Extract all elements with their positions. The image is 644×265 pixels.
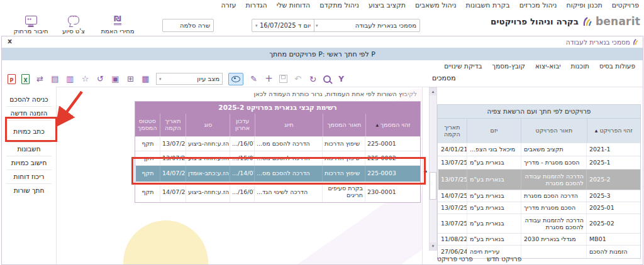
support-chat-button[interactable]: צ'ט סיוע <box>50 14 97 35</box>
new-window-icon[interactable]: ⊞ <box>126 75 135 83</box>
menu-resources[interactable]: ניהול משאבים <box>415 1 457 9</box>
cell-updated: 15/07/... <box>230 151 255 165</box>
close-icon[interactable]: x <box>8 37 12 45</box>
cell-id: 2025-2 <box>587 170 640 190</box>
undo-icon[interactable]: ↶ <box>293 75 303 83</box>
sidebar-item-enter-agreement[interactable]: כניסה להסכם <box>6 93 52 107</box>
col-label: זהוי המסמך <box>380 122 411 129</box>
cell-tag: הדרכה לשינוי הגד... <box>255 182 323 202</box>
list-item[interactable]: 2025-01 הסכם מסגרת מדריך בנארית בע"מ 13/… <box>438 202 640 214</box>
date-select-value: יום ד 16/07/2025 <box>260 22 311 29</box>
files-table-body: 225-0001 שיפוץ הדרכות הדרכה להסכם מס... … <box>135 136 420 202</box>
cell-initiator: בנארית בע"מ <box>467 170 521 190</box>
project-details-button[interactable]: פרטי פרויקט <box>437 255 473 262</box>
col-last-update[interactable]: עדכון אחרון <box>230 114 255 136</box>
cell-created: 14/07/25 <box>160 182 186 202</box>
cell-created: 13/07/25 <box>438 170 467 190</box>
list-item[interactable]: 2021-1 תקציב משאבים מיכאל בוני הצפ... 24… <box>438 143 640 156</box>
sidebar-item-accounts[interactable]: חשבונות <box>6 143 52 156</box>
menu-planning-supervision[interactable]: תכנון ופיקוח <box>567 1 602 9</box>
sidebar-item-row-section[interactable]: חתך שורות <box>6 184 52 197</box>
table-row-selected[interactable]: 225-0003 שיפוץ הדרכות הדרכה להסכם מס... … <box>135 165 420 181</box>
sliders-icon[interactable]: ⇄ <box>35 75 45 83</box>
cell-type: הז.ע:חוזה-ביצוע <box>186 151 230 165</box>
col-document-desc[interactable]: תאור המסמך <box>323 114 366 136</box>
rows-icon[interactable]: ▤ <box>50 75 60 83</box>
col-project-id[interactable]: זהוי הפרויקט ▲ <box>587 119 640 143</box>
menu-execution-budget[interactable]: תקציב ביצוע <box>369 1 406 9</box>
list-item[interactable]: 2025-1 הסכם מסגרת - מדריך בנארית בע"מ 13… <box>438 156 640 169</box>
filter-icon[interactable]: Y <box>336 75 346 83</box>
excel-export-icon[interactable]: X <box>21 74 30 84</box>
files-table-title: רשימת קבצי בנארית בפרויקט 2025-2 <box>135 102 420 114</box>
save-icon[interactable] <box>279 75 287 83</box>
app-title: בקרה וניהול פרויקטים <box>491 16 579 26</box>
screen: פרויקטים תכנון ופיקוח ניהול מכרזים בקרת … <box>0 0 644 265</box>
projects-table-title: פרויקטים לפי חתך ועם הרשאת צפיה <box>438 105 640 119</box>
sidebar-item-bill-of-quantities[interactable]: כתב כמויות <box>6 121 52 143</box>
remote-connect-button[interactable]: חיבור מרחוק <box>8 14 54 35</box>
refresh-icon[interactable]: ↻ <box>308 75 318 84</box>
sidebar-item-quantity-calc[interactable]: חישוב כמויות <box>6 156 52 170</box>
col-created[interactable]: תאריך הקמה <box>438 119 467 143</box>
layout-grid-icon[interactable]: ▦ <box>141 75 150 83</box>
files-table-header: זהוי המסמך ▲ תאור המסמך תיוג עדכון אחרון… <box>135 114 420 136</box>
table-row[interactable]: 230-0001 בקרת סעיפים חריגים הדרכה לשינוי… <box>135 181 420 202</box>
cell-desc: בקרת סעיפים חריגים <box>323 182 365 202</box>
list-item[interactable]: MB01 מגדלי בנארית 2030 בנארית בע"מ 11/08… <box>438 233 640 245</box>
table-row[interactable]: 225-0002 שיפוץ הדרכות הדרכה להסכם מס... … <box>135 151 420 165</box>
history-undo-icon[interactable]: ↺ <box>96 75 105 83</box>
menu-projects[interactable]: פרויקטים <box>612 1 639 9</box>
add-icon[interactable]: + <box>264 74 274 84</box>
menu-advanced[interactable]: ניהול מתקדם <box>319 1 359 9</box>
user-field[interactable]: שרה סלמה <box>162 19 214 32</box>
top-menu: פרויקטים תכנון ופיקוח ניהול מכרזים בקרת … <box>221 1 639 9</box>
print-icon[interactable]: ▣ <box>111 75 120 83</box>
favorites-star-icon[interactable]: ☆ <box>80 75 90 83</box>
true-prices-button[interactable]: ₪ מחירי האמת <box>94 14 141 35</box>
cell-status: תקף <box>136 166 160 181</box>
sidebar-item-new-order[interactable]: הזמנה חדשה <box>6 107 52 121</box>
menu-tenders[interactable]: ניהול מכרזים <box>519 1 557 9</box>
cell-tag: הדרכה להסכם מס... <box>255 151 323 165</box>
list-item[interactable]: 2025-3 הדרכה הסכם מסגרת בנארית בע"מ 14/0… <box>438 190 640 202</box>
col-created[interactable]: תאריך הקמה <box>160 114 187 136</box>
col-project-desc[interactable]: תאור הפרויקט <box>521 119 587 143</box>
scroll-down-icon[interactable]: ▾ <box>430 242 436 250</box>
col-status[interactable]: סטטוס המסמך <box>135 114 160 136</box>
view-eye-button[interactable] <box>228 73 243 85</box>
menu-import-export[interactable]: יבוא-יצוא <box>535 62 561 70</box>
scroll-up-icon[interactable]: ▴ <box>430 88 436 95</box>
col-tag[interactable]: תיוג <box>255 114 323 136</box>
new-project-button[interactable]: פרויקט חדש <box>487 255 521 262</box>
col-type[interactable]: סוג <box>186 114 230 136</box>
menu-my-reports[interactable]: הדוחות שלי <box>277 1 311 9</box>
rows-add-icon[interactable]: ▥ <box>65 75 75 83</box>
date-select[interactable]: יום ד 16/07/2025 ▾ <box>252 19 314 32</box>
list-item[interactable]: 2025-02 הדרכה להזמנות עבודה להסכם מסגרת … <box>438 214 640 233</box>
col-initiator[interactable]: יזם <box>467 119 521 143</box>
search-icon[interactable] <box>323 75 331 83</box>
panel-scrollbar[interactable]: ▴ ▾ <box>429 87 437 251</box>
cell-created: 13/07/25 <box>160 151 186 165</box>
menu-settings[interactable]: הגדרות <box>246 1 267 9</box>
menu-help[interactable]: עזרה <box>221 1 236 9</box>
pdf-export-icon[interactable]: P <box>8 74 16 84</box>
sidebar-item-reports-summary[interactable]: ריכוז דוחות <box>6 170 52 184</box>
menu-file-document[interactable]: קובץ-מסמך <box>492 62 526 70</box>
edit-icon[interactable]: ✎ <box>249 75 258 83</box>
module-select[interactable]: מסמכי בנארית לעבודה ▾ <box>312 19 420 32</box>
view-mode-select[interactable]: מצב עיון ▾ <box>156 73 223 85</box>
left-sidebar: כניסה להסכם הזמנה חדשה כתב כמויות חשבונו… <box>2 87 57 264</box>
menu-software[interactable]: תוכנות <box>571 62 589 70</box>
table-row[interactable]: 225-0001 שיפוץ הדרכות הדרכה להסכם מס... … <box>135 136 420 151</box>
menu-invoice-control[interactable]: בקרת חשבונות <box>466 1 510 9</box>
menu-change-check[interactable]: בדיקת שינויים <box>444 62 482 70</box>
list-item-selected[interactable]: 2025-2 הדרכה להזמנות עבודה להסכם מסגרת ב… <box>438 169 640 190</box>
cell-initiator: בנארית בע"מ <box>467 190 521 202</box>
cell-status: תקף <box>136 137 160 151</box>
scrollbar-thumb[interactable] <box>430 172 436 200</box>
menu-base-actions[interactable]: פעולות בסיס <box>599 62 635 70</box>
cell-initiator: בנארית בע"מ <box>467 234 521 245</box>
col-document-id[interactable]: זהוי המסמך ▲ <box>366 114 420 136</box>
